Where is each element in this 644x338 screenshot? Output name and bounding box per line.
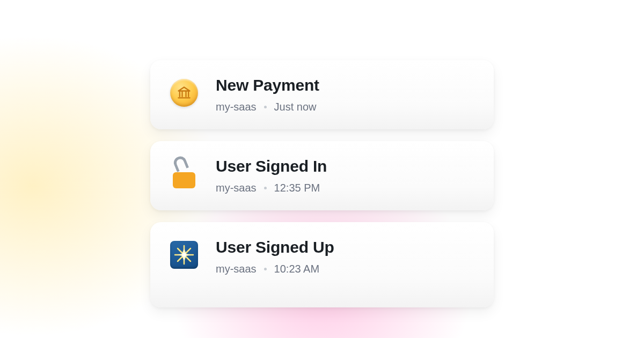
project-label: my-saas bbox=[216, 101, 257, 113]
notification-content: User Signed In my-saas 12:35 PM bbox=[216, 156, 475, 194]
notification-meta: my-saas 12:35 PM bbox=[216, 182, 475, 194]
time-label: 10:23 AM bbox=[274, 263, 320, 275]
notification-title: New Payment bbox=[216, 76, 475, 94]
notification-title: User Signed Up bbox=[216, 238, 475, 256]
separator-dot bbox=[264, 106, 267, 108]
notification-meta: my-saas Just now bbox=[216, 101, 475, 113]
time-label: Just now bbox=[274, 101, 317, 113]
coin-bank-icon bbox=[169, 77, 200, 108]
svg-point-9 bbox=[182, 253, 186, 257]
notification-title: User Signed In bbox=[216, 157, 475, 175]
project-label: my-saas bbox=[216, 263, 257, 275]
notification-card[interactable]: New Payment my-saas Just now bbox=[150, 60, 494, 129]
notification-card[interactable]: User Signed In my-saas 12:35 PM bbox=[150, 141, 494, 210]
separator-dot bbox=[264, 268, 267, 270]
unlock-icon bbox=[169, 158, 200, 189]
notification-meta: my-saas 10:23 AM bbox=[216, 263, 475, 275]
project-label: my-saas bbox=[216, 182, 257, 194]
sparkle-tile-icon bbox=[169, 239, 200, 270]
notification-feed: New Payment my-saas Just now User Signed… bbox=[150, 60, 494, 307]
separator-dot bbox=[264, 187, 267, 189]
notification-content: User Signed Up my-saas 10:23 AM bbox=[216, 237, 475, 275]
notification-card[interactable]: User Signed Up my-saas 10:23 AM bbox=[150, 222, 494, 307]
notification-content: New Payment my-saas Just now bbox=[216, 75, 475, 113]
time-label: 12:35 PM bbox=[274, 182, 320, 194]
